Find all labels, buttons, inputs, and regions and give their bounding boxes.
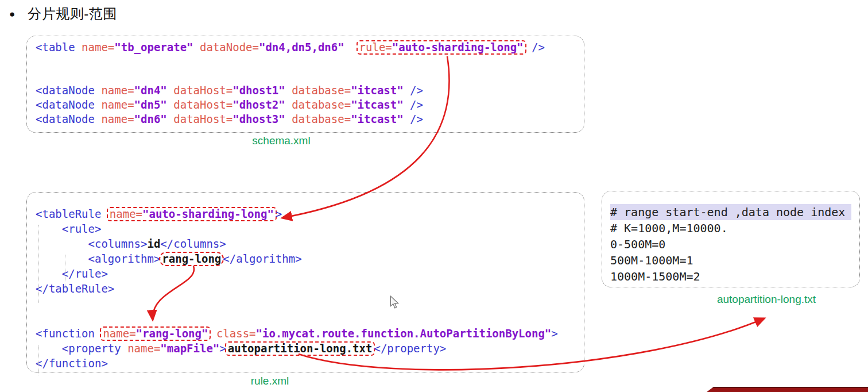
code-token: "dhost1" [232, 84, 285, 97]
red-dashed-highlight: autopartition-long.txt [225, 341, 375, 356]
code-line: <dataNode name="dn6" dataHost="dhost3" d… [36, 112, 584, 126]
code-token: </tableRule> [36, 282, 114, 295]
code-token: database= [292, 84, 351, 97]
code-token: name= [103, 327, 135, 340]
code-line: <algorithm>rang-long</algorithm> [36, 251, 584, 266]
rule-xml-code: <tableRule name="auto-sharding-long"> <r… [27, 193, 584, 371]
code-token: </rule> [62, 267, 108, 280]
red-dashed-highlight: rang-long [159, 252, 224, 266]
code-token [36, 222, 62, 235]
code-token [167, 84, 173, 97]
schema-xml-panel: <table name="tb_operate" dataNode="dn4,d… [26, 36, 584, 133]
code-token: # K=1000,M=10000. [610, 221, 728, 235]
bullet-icon: ● [9, 9, 15, 19]
code-token: name= [82, 41, 114, 53]
code-line: 0-500M=0 [610, 236, 851, 252]
rule-xml-caption: rule.xml [161, 375, 379, 387]
code-token [193, 41, 200, 53]
code-line: # K=1000,M=10000. [610, 220, 851, 236]
code-token: "dhost3" [232, 113, 285, 125]
code-token: name= [127, 342, 160, 355]
code-line: # range start-end ,data node index [610, 204, 851, 220]
indent-guide [38, 225, 39, 303]
code-token: dataHost= [173, 84, 232, 97]
code-line [36, 311, 584, 326]
code-token: "auto-sharding-long" [392, 41, 524, 53]
code-line [36, 69, 584, 83]
code-token: name= [101, 84, 134, 97]
code-token: "dn5" [134, 98, 167, 111]
code-token: class= [216, 327, 256, 340]
code-token: <tableRule [36, 207, 108, 220]
red-dashed-highlight: name="rang-long" [100, 326, 211, 341]
code-token: database= [292, 98, 351, 111]
code-line [36, 55, 584, 69]
code-token: /> [404, 84, 423, 97]
code-token: > [551, 327, 557, 340]
code-token: <rule> [62, 222, 102, 235]
code-token [285, 98, 292, 111]
code-token: > [276, 207, 282, 220]
code-line: <columns>id</columns> [36, 236, 584, 251]
code-token: <columns> [88, 237, 148, 250]
code-token [344, 41, 358, 53]
code-token: "dhost2" [232, 98, 285, 111]
code-token [167, 113, 173, 125]
code-line: <dataNode name="dn5" dataHost="dhost2" d… [36, 98, 584, 112]
code-token: # range start-end ,data node index [610, 205, 845, 219]
code-token: "dn4" [134, 84, 167, 97]
indent-guide [38, 345, 39, 375]
code-token: name= [110, 207, 142, 220]
code-token: "itcast" [351, 113, 404, 125]
code-token: /> [404, 113, 423, 125]
code-token: dataHost= [173, 98, 232, 111]
code-line: </tableRule> [36, 281, 584, 296]
code-token: "auto-sharding-long" [142, 207, 274, 220]
code-line: 500M-1000M=1 [610, 252, 851, 268]
code-token: <property [62, 342, 127, 355]
code-token: "dn4,dn5,dn6" [259, 41, 344, 53]
code-line: <table name="tb_operate" dataNode="dn4,d… [36, 40, 584, 55]
code-line: 1000M-1500M=2 [610, 268, 851, 285]
code-token [36, 252, 88, 265]
code-line [36, 296, 584, 311]
schema-xml-caption: schema.xml [172, 134, 390, 147]
code-token: "itcast" [351, 84, 404, 97]
indent-guide [65, 255, 65, 289]
code-token: <function [36, 327, 101, 340]
red-dashed-highlight: rule="auto-sharding-long" [356, 40, 526, 55]
code-token [36, 342, 62, 355]
schema-xml-code: <table name="tb_operate" dataNode="dn4,d… [27, 36, 584, 126]
code-token: <dataNode [36, 84, 101, 97]
code-token: 0-500M=0 [610, 237, 665, 251]
rule-xml-panel: <tableRule name="auto-sharding-long"> <r… [26, 192, 584, 372]
slide-title: ● 分片规则-范围 [9, 5, 117, 23]
mapfile-txt-caption: autopartition-long.txt [666, 293, 867, 306]
code-line: <rule> [36, 221, 584, 236]
code-line: <tableRule name="auto-sharding-long"> [36, 206, 584, 221]
code-token: 1000M-1500M=2 [610, 270, 700, 283]
code-token: "tb_operate" [114, 41, 193, 53]
code-token: <algorithm> [88, 252, 161, 265]
code-token: 500M-1000M=1 [610, 253, 693, 267]
code-token: "rang-long" [136, 327, 208, 340]
code-token: name= [101, 98, 134, 111]
code-line: </rule> [36, 266, 584, 281]
code-token: </function> [36, 357, 108, 370]
code-token: <dataNode [36, 98, 101, 111]
code-line: </function> [36, 356, 584, 371]
code-token: autopartition-long.txt [228, 342, 373, 355]
code-token: </property> [374, 342, 446, 355]
code-token: /> [525, 41, 545, 53]
code-token: "mapFile" [160, 342, 219, 355]
code-token: rang-long [162, 252, 221, 265]
code-token [36, 237, 88, 250]
page-title: 分片规则-范围 [28, 5, 117, 23]
code-token: <table [36, 41, 82, 53]
code-token: "dn6" [134, 113, 167, 125]
code-token: dataHost= [173, 113, 232, 125]
mapfile-txt-panel: # range start-end ,data node index# K=10… [602, 191, 860, 287]
code-token: </algorithm> [223, 252, 301, 265]
code-token: </columns> [160, 237, 226, 250]
code-token: <dataNode [36, 113, 101, 125]
